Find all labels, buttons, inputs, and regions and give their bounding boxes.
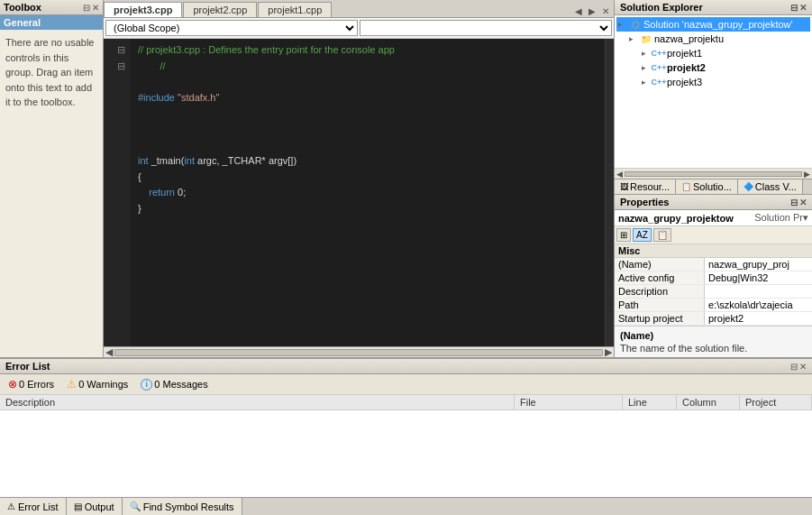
editor-hscrollbar[interactable]: ◀ ▶: [104, 346, 614, 357]
errorlist-close-icon[interactable]: ✕: [799, 362, 807, 372]
col-project[interactable]: Project: [740, 395, 812, 409]
project-icon1: C++: [652, 47, 665, 60]
scope-bar: (Global Scope): [104, 18, 614, 39]
code-content[interactable]: // projekt3.cpp : Defines the entry poin…: [131, 39, 605, 346]
tab-scroll-left-icon[interactable]: ◀: [572, 5, 585, 17]
warning-icon: ⚠: [67, 378, 77, 391]
col-line[interactable]: Line: [623, 395, 677, 409]
output-tab-icon: ▤: [74, 501, 82, 511]
info-icon: i: [141, 379, 152, 391]
props-footer-title: (Name): [620, 330, 807, 341]
solution-label: Solution 'nazwa_grupy_projektow': [643, 19, 793, 30]
props-key-startup: Startup project: [615, 312, 705, 325]
tree-label-projekt2: projekt2: [667, 62, 706, 73]
col-file[interactable]: File: [515, 395, 623, 409]
warnings-button[interactable]: ⚠ 0 Warnings: [62, 376, 132, 392]
properties-panel: Properties ⊟ ✕ nazwa_grupy_projektow Sol…: [615, 194, 812, 357]
messages-button[interactable]: i 0 Messages: [136, 377, 212, 392]
tree-item-projekt2[interactable]: ▸ C++ projekt2: [616, 60, 810, 75]
tab-projekt2[interactable]: projekt2.cpp: [183, 2, 257, 17]
toolbox-panel: Toolbox ⊟ ✕ General There are no usable …: [0, 0, 104, 357]
hscroll-right[interactable]: ▶: [605, 346, 612, 357]
props-val-description: [705, 285, 812, 298]
props-categorized-btn[interactable]: ⊞: [616, 228, 631, 242]
solution-panel: Solution Explorer ⊟ ✕ ▸ ⬡ Solution 'nazw…: [614, 0, 812, 357]
solution-hscrollbar[interactable]: ◀ ▶: [615, 168, 812, 179]
props-val-activeconfig: Debug|Win32: [705, 271, 812, 284]
tree-item-projekt3[interactable]: ▸ C++ projekt3: [616, 75, 810, 89]
expand-icon[interactable]: ▸: [618, 20, 627, 29]
scope-select[interactable]: (Global Scope): [105, 20, 358, 36]
properties-title: Properties: [620, 197, 669, 207]
editor-area: projekt3.cpp projekt2.cpp projekt1.cpp ◀…: [104, 0, 614, 357]
props-pin-icon[interactable]: ⊟: [790, 198, 798, 207]
folder-icon: 📁: [640, 32, 652, 45]
expand-icon2[interactable]: ▸: [629, 34, 638, 43]
error-icon: ⊗: [8, 378, 17, 391]
props-row-activeconfig[interactable]: Active config Debug|Win32: [615, 271, 812, 285]
tab-projekt1[interactable]: projekt1.cpp: [258, 2, 332, 17]
props-row-name[interactable]: (Name) nazwa_grupy_proj: [615, 258, 812, 271]
props-alphabetic-btn[interactable]: AZ: [633, 228, 652, 242]
messages-label: 0 Messages: [154, 379, 207, 390]
error-toolbar: ⊗ 0 Errors ⚠ 0 Warnings i 0 Messages: [0, 374, 812, 395]
error-list-title: Error List: [5, 361, 50, 372]
code-editor[interactable]: ⊟ ⊟ // projekt3.cpp : Defines the entry …: [104, 39, 614, 346]
errorlist-tab-icon: ⚠: [7, 501, 15, 511]
props-key-name: (Name): [615, 258, 705, 271]
props-body: Misc (Name) nazwa_grupy_proj Active conf…: [615, 244, 812, 326]
col-description[interactable]: Description: [0, 395, 515, 409]
props-key-activeconfig: Active config: [615, 271, 705, 284]
props-row-startup[interactable]: Startup project projekt2: [615, 312, 812, 326]
resources-icon: 🖼: [620, 182, 628, 191]
props-key-path: Path: [615, 299, 705, 311]
scope-select2[interactable]: [360, 20, 612, 36]
tree-item-projekt1[interactable]: ▸ C++ projekt1: [616, 46, 810, 60]
error-list-header: Error List ⊟ ✕: [0, 359, 812, 374]
solution-explorer-title: Solution Explorer: [620, 2, 703, 13]
props-object-type[interactable]: Solution Pr▾: [754, 212, 808, 224]
expand-icon5[interactable]: ▸: [642, 78, 651, 87]
props-object-bar: nazwa_grupy_projektow Solution Pr▾: [615, 210, 812, 226]
tab-resources[interactable]: 🖼 Resour...: [615, 179, 676, 194]
props-row-description[interactable]: Description: [615, 285, 812, 299]
props-properties-btn[interactable]: 📋: [653, 228, 671, 242]
bottom-tab-output[interactable]: ▤ Output: [67, 498, 123, 515]
editor-scrollbar[interactable]: [605, 39, 614, 346]
bottom-tab-findsymbol-label: Find Symbol Results: [143, 501, 234, 512]
error-table: Description File Line Column Project: [0, 395, 812, 497]
tab-classview[interactable]: 🔷 Class V...: [738, 179, 803, 194]
toolbox-pin-icon[interactable]: ⊟: [83, 3, 90, 13]
props-val-path: e:\szkola\dr\zajecia: [705, 299, 812, 311]
expand-icon3[interactable]: ▸: [642, 49, 651, 58]
tab-projekt3[interactable]: projekt3.cpp: [104, 2, 182, 17]
props-key-description: Description: [615, 285, 705, 298]
solution-close-icon[interactable]: ✕: [799, 3, 807, 13]
solution-explorer-header: Solution Explorer ⊟ ✕: [615, 0, 812, 15]
solution-pin-icon[interactable]: ⊟: [790, 3, 798, 13]
toolbox-general-header[interactable]: General: [0, 15, 103, 30]
props-val-startup: projekt2: [705, 312, 812, 325]
tree-item-solution[interactable]: ▸ ⬡ Solution 'nazwa_grupy_projektow': [616, 17, 810, 32]
bottom-tab-findsymbol[interactable]: 🔍 Find Symbol Results: [123, 498, 242, 515]
col-column[interactable]: Column: [677, 395, 740, 409]
toolbox-header: Toolbox ⊟ ✕: [0, 0, 103, 15]
solution-tab-icon: 📋: [681, 182, 691, 191]
errorlist-pin-icon[interactable]: ⊟: [790, 362, 798, 372]
findsymbol-tab-icon: 🔍: [130, 501, 141, 511]
expand-icon4[interactable]: ▸: [642, 63, 651, 72]
props-close-icon[interactable]: ✕: [799, 198, 807, 207]
props-section-misc: Misc: [615, 244, 812, 258]
bottom-tab-errorlist[interactable]: ⚠ Error List: [0, 498, 67, 515]
tree-item-nazwa-projektu[interactable]: ▸ 📁 nazwa_projektu: [616, 32, 810, 46]
props-row-path[interactable]: Path e:\szkola\dr\zajecia: [615, 299, 812, 312]
tab-close-icon[interactable]: ✕: [599, 5, 612, 17]
tab-solution[interactable]: 📋 Solutio...: [676, 179, 738, 194]
bottom-tab-output-label: Output: [85, 501, 114, 512]
errors-button[interactable]: ⊗ 0 Errors: [4, 376, 59, 392]
toolbox-close-icon[interactable]: ✕: [92, 3, 99, 13]
solution-icon: ⬡: [629, 18, 642, 31]
hscroll-left[interactable]: ◀: [105, 346, 113, 357]
props-object-name: nazwa_grupy_projektow: [618, 213, 751, 224]
tab-scroll-right-icon[interactable]: ▶: [586, 5, 598, 17]
